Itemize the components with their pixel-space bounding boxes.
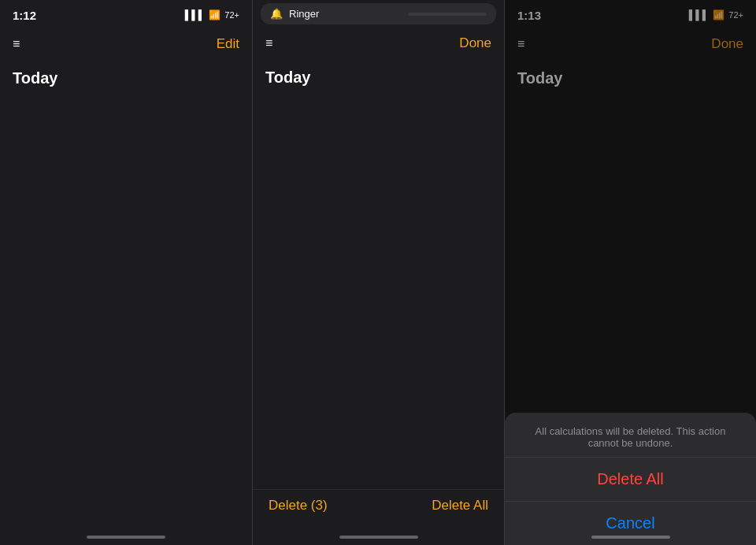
action-sheet: All calculations will be deleted. This a…	[505, 413, 756, 545]
done-button-2[interactable]: Done	[459, 35, 491, 50]
action-sheet-message: All calculations will be deleted. This a…	[505, 413, 756, 458]
status-icons-1: ▌▌▌ 📶 72+	[185, 9, 239, 20]
selection-list	[253, 90, 504, 489]
notification-bar: 🔔 Ringer	[261, 3, 496, 24]
menu-icon-1[interactable]: ≡	[13, 37, 20, 50]
home-bar-3	[591, 536, 670, 539]
home-bar-2	[339, 536, 418, 539]
section-header-1: Today	[0, 63, 252, 91]
edit-button[interactable]: Edit	[217, 36, 239, 51]
ringer-icon: 🔔	[270, 8, 283, 20]
wifi-icon-1: 📶	[209, 9, 220, 20]
section-header-2: Today	[253, 62, 504, 90]
delete-all-confirm-button[interactable]: Delete All	[505, 458, 756, 502]
nav-right-2[interactable]: Done	[444, 35, 491, 51]
home-indicator-2	[253, 529, 504, 545]
delete-selected-button[interactable]: Delete (3)	[269, 498, 328, 513]
history-list-1	[0, 91, 252, 529]
nav-right-1[interactable]: Edit	[192, 36, 239, 52]
panel-history: 1:12 ▌▌▌ 📶 72+ ≡ Edit Today	[0, 0, 252, 545]
panel-confirm: 1:13 ▌▌▌ 📶 72+ ≡ Done Today All calculat…	[504, 0, 756, 545]
status-bar-1: 1:12 ▌▌▌ 📶 72+	[0, 0, 252, 28]
menu-icon-2[interactable]: ≡	[265, 36, 272, 50]
notif-line	[408, 13, 487, 16]
nav-bar-2: ≡ Done	[253, 28, 504, 62]
delete-all-button-2[interactable]: Delete All	[432, 498, 488, 513]
nav-left-2[interactable]: ≡	[265, 36, 313, 50]
battery-icon-1: 72+	[224, 10, 239, 20]
panel-selection: 🔔 Ringer ≡ Done Today Delete (3) Delete …	[252, 0, 504, 545]
bottom-bar-2: Delete (3) Delete All	[253, 489, 504, 529]
nav-left-1[interactable]: ≡	[13, 37, 60, 51]
home-indicator-3	[505, 529, 756, 545]
nav-bar-1: ≡ Edit	[0, 28, 252, 63]
signal-icon-1: ▌▌▌	[185, 9, 206, 20]
notif-label: Ringer	[289, 8, 402, 20]
confirm-overlay: All calculations will be deleted. This a…	[505, 0, 756, 545]
home-indicator-1	[0, 529, 252, 545]
home-bar-1	[87, 536, 165, 539]
status-time-1: 1:12	[13, 9, 36, 22]
